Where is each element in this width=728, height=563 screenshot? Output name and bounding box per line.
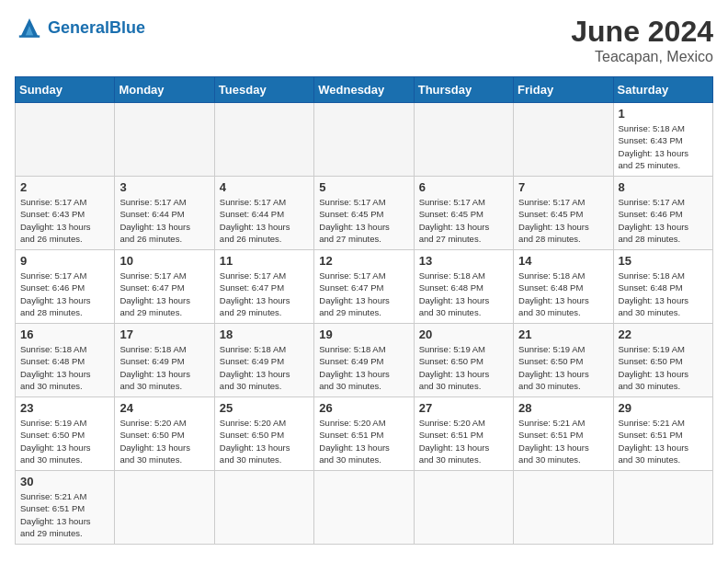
calendar-cell: 19Sunrise: 5:18 AM Sunset: 6:49 PM Dayli… bbox=[314, 324, 414, 397]
calendar-cell: 5Sunrise: 5:17 AM Sunset: 6:45 PM Daylig… bbox=[314, 177, 414, 250]
calendar-cell: 18Sunrise: 5:18 AM Sunset: 6:49 PM Dayli… bbox=[214, 324, 313, 397]
week-row-2: 2Sunrise: 5:17 AM Sunset: 6:43 PM Daylig… bbox=[16, 177, 713, 250]
calendar-cell bbox=[314, 103, 414, 177]
day-number: 28 bbox=[518, 401, 608, 415]
calendar-cell: 10Sunrise: 5:17 AM Sunset: 6:47 PM Dayli… bbox=[115, 250, 214, 324]
week-row-6: 30Sunrise: 5:21 AM Sunset: 6:51 PM Dayli… bbox=[16, 471, 713, 545]
day-header-friday: Friday bbox=[514, 77, 613, 103]
day-number: 26 bbox=[319, 401, 408, 415]
calendar-cell: 16Sunrise: 5:18 AM Sunset: 6:48 PM Dayli… bbox=[16, 324, 115, 397]
calendar-body: 1Sunrise: 5:18 AM Sunset: 6:43 PM Daylig… bbox=[16, 103, 713, 545]
day-info: Sunrise: 5:21 AM Sunset: 6:51 PM Dayligh… bbox=[518, 417, 608, 465]
calendar-cell: 30Sunrise: 5:21 AM Sunset: 6:51 PM Dayli… bbox=[16, 471, 115, 545]
calendar-cell: 26Sunrise: 5:20 AM Sunset: 6:51 PM Dayli… bbox=[314, 397, 414, 471]
day-info: Sunrise: 5:18 AM Sunset: 6:48 PM Dayligh… bbox=[20, 343, 109, 392]
calendar-cell: 4Sunrise: 5:17 AM Sunset: 6:44 PM Daylig… bbox=[214, 177, 313, 250]
day-header-tuesday: Tuesday bbox=[214, 77, 313, 103]
calendar-cell: 17Sunrise: 5:18 AM Sunset: 6:49 PM Dayli… bbox=[115, 324, 214, 397]
week-row-4: 16Sunrise: 5:18 AM Sunset: 6:48 PM Dayli… bbox=[16, 324, 713, 397]
day-info: Sunrise: 5:17 AM Sunset: 6:45 PM Dayligh… bbox=[319, 196, 408, 245]
calendar-cell: 12Sunrise: 5:17 AM Sunset: 6:47 PM Dayli… bbox=[314, 250, 414, 324]
day-number: 19 bbox=[319, 327, 408, 341]
calendar-cell bbox=[414, 103, 513, 177]
day-header-wednesday: Wednesday bbox=[314, 77, 414, 103]
day-info: Sunrise: 5:17 AM Sunset: 6:44 PM Dayligh… bbox=[220, 196, 309, 245]
week-row-3: 9Sunrise: 5:17 AM Sunset: 6:46 PM Daylig… bbox=[16, 250, 713, 324]
day-number: 14 bbox=[518, 254, 608, 268]
day-number: 1 bbox=[619, 107, 708, 121]
day-number: 24 bbox=[119, 401, 209, 415]
title-block: June 2024 Teacapan, Mexico bbox=[571, 15, 713, 65]
day-header-sunday: Sunday bbox=[16, 77, 115, 103]
calendar-cell: 22Sunrise: 5:19 AM Sunset: 6:50 PM Dayli… bbox=[613, 324, 712, 397]
day-info: Sunrise: 5:17 AM Sunset: 6:46 PM Dayligh… bbox=[619, 196, 708, 245]
day-header-thursday: Thursday bbox=[414, 77, 513, 103]
day-number: 13 bbox=[419, 254, 508, 268]
calendar-cell bbox=[514, 103, 613, 177]
day-info: Sunrise: 5:18 AM Sunset: 6:48 PM Dayligh… bbox=[419, 270, 508, 318]
day-info: Sunrise: 5:21 AM Sunset: 6:51 PM Dayligh… bbox=[20, 490, 109, 539]
calendar-cell: 1Sunrise: 5:18 AM Sunset: 6:43 PM Daylig… bbox=[613, 103, 712, 177]
calendar-cell bbox=[115, 103, 214, 177]
day-number: 8 bbox=[619, 180, 708, 194]
calendar-header: SundayMondayTuesdayWednesdayThursdayFrid… bbox=[16, 77, 713, 103]
day-number: 7 bbox=[518, 180, 608, 194]
calendar-cell: 13Sunrise: 5:18 AM Sunset: 6:48 PM Dayli… bbox=[414, 250, 513, 324]
week-row-1: 1Sunrise: 5:18 AM Sunset: 6:43 PM Daylig… bbox=[16, 103, 713, 177]
calendar-title: June 2024 bbox=[571, 15, 713, 49]
day-number: 12 bbox=[319, 254, 408, 268]
day-info: Sunrise: 5:20 AM Sunset: 6:51 PM Dayligh… bbox=[419, 417, 508, 465]
day-number: 27 bbox=[419, 401, 508, 415]
day-number: 9 bbox=[20, 254, 109, 268]
day-info: Sunrise: 5:21 AM Sunset: 6:51 PM Dayligh… bbox=[619, 417, 708, 465]
calendar-cell: 3Sunrise: 5:17 AM Sunset: 6:44 PM Daylig… bbox=[115, 177, 214, 250]
calendar-cell: 27Sunrise: 5:20 AM Sunset: 6:51 PM Dayli… bbox=[414, 397, 513, 471]
day-info: Sunrise: 5:18 AM Sunset: 6:49 PM Dayligh… bbox=[119, 343, 209, 392]
day-info: Sunrise: 5:17 AM Sunset: 6:46 PM Dayligh… bbox=[20, 270, 109, 318]
day-info: Sunrise: 5:18 AM Sunset: 6:49 PM Dayligh… bbox=[220, 343, 309, 392]
calendar-cell: 7Sunrise: 5:17 AM Sunset: 6:45 PM Daylig… bbox=[514, 177, 613, 250]
calendar-cell: 6Sunrise: 5:17 AM Sunset: 6:45 PM Daylig… bbox=[414, 177, 513, 250]
calendar-cell bbox=[314, 471, 414, 545]
day-info: Sunrise: 5:19 AM Sunset: 6:50 PM Dayligh… bbox=[518, 343, 608, 392]
page-header: GeneralBlue June 2024 Teacapan, Mexico bbox=[15, 15, 713, 65]
day-info: Sunrise: 5:19 AM Sunset: 6:50 PM Dayligh… bbox=[419, 343, 508, 392]
calendar-cell: 20Sunrise: 5:19 AM Sunset: 6:50 PM Dayli… bbox=[414, 324, 513, 397]
day-number: 20 bbox=[419, 327, 508, 341]
day-number: 4 bbox=[220, 180, 309, 194]
day-info: Sunrise: 5:17 AM Sunset: 6:47 PM Dayligh… bbox=[220, 270, 309, 318]
day-info: Sunrise: 5:18 AM Sunset: 6:48 PM Dayligh… bbox=[518, 270, 608, 318]
calendar-cell: 8Sunrise: 5:17 AM Sunset: 6:46 PM Daylig… bbox=[613, 177, 712, 250]
calendar-cell bbox=[115, 471, 214, 545]
day-header-saturday: Saturday bbox=[613, 77, 712, 103]
day-number: 23 bbox=[20, 401, 109, 415]
calendar-cell bbox=[613, 471, 712, 545]
day-info: Sunrise: 5:17 AM Sunset: 6:47 PM Dayligh… bbox=[319, 270, 408, 318]
day-number: 15 bbox=[619, 254, 708, 268]
day-number: 6 bbox=[419, 180, 508, 194]
day-number: 3 bbox=[119, 180, 209, 194]
calendar-cell: 14Sunrise: 5:18 AM Sunset: 6:48 PM Dayli… bbox=[514, 250, 613, 324]
day-info: Sunrise: 5:18 AM Sunset: 6:49 PM Dayligh… bbox=[319, 343, 408, 392]
day-number: 17 bbox=[119, 327, 209, 341]
day-number: 22 bbox=[619, 327, 708, 341]
calendar-cell bbox=[214, 471, 313, 545]
day-number: 21 bbox=[518, 327, 608, 341]
day-number: 10 bbox=[119, 254, 209, 268]
day-number: 11 bbox=[220, 254, 309, 268]
calendar-subtitle: Teacapan, Mexico bbox=[571, 49, 713, 65]
day-header-monday: Monday bbox=[115, 77, 214, 103]
calendar-cell: 23Sunrise: 5:19 AM Sunset: 6:50 PM Dayli… bbox=[16, 397, 115, 471]
calendar-cell: 2Sunrise: 5:17 AM Sunset: 6:43 PM Daylig… bbox=[16, 177, 115, 250]
day-number: 29 bbox=[619, 401, 708, 415]
day-info: Sunrise: 5:19 AM Sunset: 6:50 PM Dayligh… bbox=[20, 417, 109, 465]
day-info: Sunrise: 5:17 AM Sunset: 6:44 PM Dayligh… bbox=[119, 196, 209, 245]
day-info: Sunrise: 5:20 AM Sunset: 6:51 PM Dayligh… bbox=[319, 417, 408, 465]
calendar-cell bbox=[514, 471, 613, 545]
day-info: Sunrise: 5:18 AM Sunset: 6:43 PM Dayligh… bbox=[619, 122, 708, 171]
svg-rect-2 bbox=[19, 35, 40, 37]
day-number: 5 bbox=[319, 180, 408, 194]
calendar-cell: 28Sunrise: 5:21 AM Sunset: 6:51 PM Dayli… bbox=[514, 397, 613, 471]
logo-icon bbox=[15, 15, 44, 40]
week-row-5: 23Sunrise: 5:19 AM Sunset: 6:50 PM Dayli… bbox=[16, 397, 713, 471]
